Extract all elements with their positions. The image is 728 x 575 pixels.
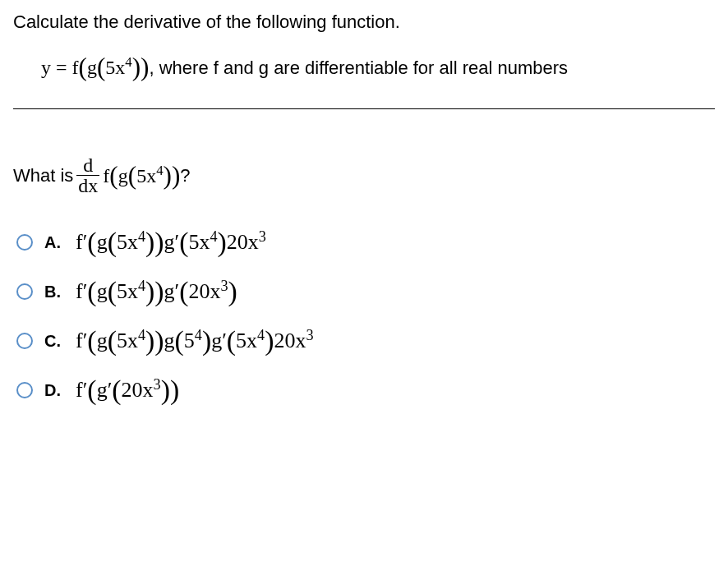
gprime: g′ — [164, 230, 180, 254]
paren-open: ( — [108, 227, 117, 258]
paren-close: ) — [164, 161, 172, 191]
question-prefix: What is — [13, 165, 73, 186]
paren-open: ( — [97, 53, 105, 82]
paren-close: ) — [145, 227, 154, 258]
g2: g — [164, 329, 175, 352]
paren-open: ( — [128, 161, 136, 191]
paren-open: ( — [108, 325, 117, 356]
equation-arg-exp: 4 — [125, 54, 131, 70]
equation-desc: , where f and g are differentiable for a… — [149, 58, 568, 78]
paren-close: ) — [170, 375, 179, 406]
paren-open: ( — [227, 325, 236, 356]
radio-c[interactable] — [16, 333, 33, 349]
paren-open: ( — [179, 276, 188, 307]
paren-close: ) — [218, 227, 227, 258]
frac-denominator: dx — [76, 175, 99, 196]
option-c-label: C. — [44, 332, 66, 351]
option-b: B. f′(g(5x4))g′(20x3) — [16, 276, 715, 307]
radio-b[interactable] — [16, 283, 33, 300]
paren-close: ) — [265, 325, 274, 356]
gprime: g′ — [97, 378, 113, 402]
question-line: What is d dx f(g(5x4)) ? — [13, 155, 715, 196]
tail-exp: 3 — [259, 228, 266, 245]
g-arg: 5x — [117, 230, 138, 254]
g-arg: 5x — [117, 279, 138, 303]
paren-close: ) — [154, 227, 164, 258]
paren-open: ( — [87, 227, 96, 258]
equation-prefix: y = f — [41, 57, 79, 78]
gp-arg-exp: 4 — [257, 327, 265, 343]
equation-definition: y = f(g(5x4)), where f and g are differe… — [41, 53, 715, 82]
q-arg-base: 5x — [136, 164, 156, 186]
g: g — [97, 279, 108, 303]
tail-coef: 20x — [274, 329, 306, 352]
paren-open: ( — [175, 325, 184, 356]
paren-open: ( — [87, 325, 96, 356]
paren-close: ) — [228, 276, 237, 307]
option-a: A. f′(g(5x4))g′(5x4)20x3 — [16, 227, 715, 258]
section-divider — [13, 108, 715, 109]
radio-d[interactable] — [16, 382, 33, 398]
q-func: f — [103, 164, 109, 186]
options-container: A. f′(g(5x4))g′(5x4)20x3 B. f′(g(5x4))g′… — [16, 227, 715, 406]
fprime: f′ — [76, 279, 87, 303]
paren-open: ( — [87, 375, 96, 406]
option-a-math: f′(g(5x4))g′(5x4)20x3 — [76, 227, 266, 258]
paren-close: ) — [202, 325, 211, 356]
gp-arg: 5x — [188, 230, 210, 254]
g: g — [97, 329, 108, 352]
paren-open: ( — [112, 375, 121, 406]
fprime: f′ — [76, 230, 87, 254]
gp-arg: 20x — [122, 378, 154, 402]
tail-exp: 3 — [306, 327, 313, 343]
fprime: f′ — [76, 378, 87, 402]
paren-open: ( — [179, 227, 188, 258]
fprime: f′ — [76, 329, 87, 352]
question-suffix: ? — [180, 165, 190, 186]
derivative-fraction: d dx — [76, 155, 99, 196]
question-function: f(g(5x4)) — [103, 161, 180, 191]
gp-arg: 5x — [236, 329, 257, 352]
gp-arg-exp: 3 — [154, 376, 161, 393]
option-d-label: D. — [44, 381, 66, 400]
paren-close: ) — [154, 276, 164, 307]
g-arg-exp: 4 — [138, 278, 145, 294]
option-b-math: f′(g(5x4))g′(20x3) — [76, 276, 237, 307]
tail-coef: 20x — [227, 230, 259, 254]
gprime: g′ — [211, 329, 227, 352]
gprime: g′ — [164, 279, 180, 303]
frac-numerator: d — [81, 155, 94, 175]
paren-close: ) — [141, 53, 149, 82]
paren-close: ) — [145, 325, 154, 356]
paren-close: ) — [154, 325, 164, 356]
g: g — [97, 230, 108, 254]
radio-a[interactable] — [16, 234, 33, 251]
option-d-math: f′(g′(20x3)) — [76, 375, 179, 406]
option-c-math: f′(g(5x4))g(54)g′(5x4)20x3 — [76, 325, 314, 356]
paren-close: ) — [145, 276, 154, 307]
gp-arg-exp: 3 — [220, 278, 228, 294]
paren-open: ( — [109, 161, 117, 191]
option-c: C. f′(g(5x4))g(54)g′(5x4)20x3 — [16, 325, 715, 356]
g2-arg-exp: 4 — [195, 327, 202, 343]
equation-arg-base: 5x — [105, 57, 125, 78]
paren-close: ) — [132, 53, 141, 82]
g-arg: 5x — [117, 329, 138, 352]
g2-arg: 5 — [184, 329, 195, 352]
paren-close: ) — [161, 375, 170, 406]
q-inner: g — [118, 164, 128, 186]
q-arg-exp: 4 — [156, 162, 163, 177]
gp-arg-exp: 4 — [210, 228, 217, 245]
option-d: D. f′(g′(20x3)) — [16, 375, 715, 406]
equation-inner: g — [87, 57, 97, 78]
gp-arg: 20x — [188, 279, 220, 303]
option-b-label: B. — [44, 283, 66, 301]
option-a-label: A. — [44, 233, 66, 252]
g-arg-exp: 4 — [138, 327, 145, 343]
prompt-text: Calculate the derivative of the followin… — [13, 12, 715, 33]
paren-open: ( — [87, 276, 96, 307]
paren-close: ) — [172, 161, 180, 191]
g-arg-exp: 4 — [138, 228, 145, 245]
paren-open: ( — [79, 53, 87, 82]
paren-open: ( — [108, 276, 117, 307]
